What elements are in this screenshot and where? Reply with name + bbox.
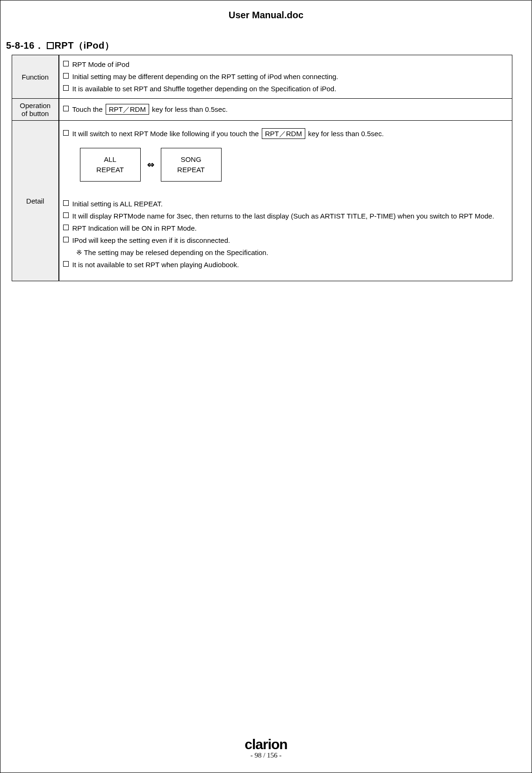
op-suffix: key for less than 0.5sec. [152, 105, 228, 113]
mode-line: REPEAT [177, 165, 205, 175]
mode-box-song-repeat: SONG REPEAT [161, 148, 222, 182]
list-item: It will switch to next RPT Mode like fol… [63, 128, 509, 139]
row-label-function: Function [12, 55, 59, 99]
row-content-detail: It will switch to next RPT Mode like fol… [59, 121, 512, 281]
detail-intro-suffix: key for less than 0.5sec. [308, 130, 384, 138]
page: User Manual.doc 5-8-16． RPT（iPod） Functi… [0, 0, 532, 773]
section-title: RPT（iPod） [54, 40, 114, 51]
note-line: ※ The setting may be relesed depending o… [76, 247, 509, 258]
row-content-operation: Touch the RPT／RDM key for less than 0.5s… [59, 99, 512, 121]
section-number: 5-8-16． [6, 40, 44, 51]
checkbox-icon [47, 42, 54, 49]
table-row: Operation of button Touch the RPT／RDM ke… [12, 99, 512, 121]
checkbox-icon [63, 237, 69, 242]
mode-diagram: ALL REPEAT ⇔ SONG REPEAT [80, 148, 509, 182]
list-item: It is available to set RPT and Shuffle t… [63, 83, 509, 95]
list-text: Initial setting may be different dependi… [72, 71, 509, 82]
mode-line: SONG [180, 154, 201, 165]
key-label: RPT／RDM [106, 104, 149, 115]
mode-line: REPEAT [96, 165, 124, 175]
list-text: It is not available to set RPT when play… [72, 259, 509, 270]
checkbox-icon [63, 106, 69, 111]
checkbox-icon [63, 200, 69, 206]
checkbox-icon [63, 73, 69, 79]
list-item: IPod will keep the setting even if it is… [63, 235, 509, 246]
row-label-detail: Detail [12, 121, 59, 281]
list-text: It will display RPTMode name for 3sec, t… [72, 211, 509, 222]
list-text: IPod will keep the setting even if it is… [72, 235, 509, 246]
list-item: It is not available to set RPT when play… [63, 259, 509, 270]
list-text: It will switch to next RPT Mode like fol… [72, 128, 509, 139]
spec-table: Function RPT Mode of iPod Initial settin… [12, 55, 512, 281]
op-prefix: Touch the [72, 105, 103, 113]
list-text: Initial setting is ALL REPEAT. [72, 198, 509, 210]
list-item: RPT Mode of iPod [63, 59, 509, 70]
row-content-function: RPT Mode of iPod Initial setting may be … [59, 55, 512, 99]
table-row: Function RPT Mode of iPod Initial settin… [12, 55, 512, 99]
page-number: - 98 / 156 - [0, 751, 532, 759]
list-text: It is available to set RPT and Shuffle t… [72, 83, 509, 95]
key-label: RPT／RDM [262, 128, 305, 139]
table-row: Detail It will switch to next RPT Mode l… [12, 121, 512, 281]
checkbox-icon [63, 61, 69, 66]
row-label-operation: Operation of button [12, 99, 59, 121]
checkbox-icon [63, 261, 69, 267]
detail-intro-prefix: It will switch to next RPT Mode like fol… [72, 130, 259, 138]
checkbox-icon [63, 130, 69, 136]
checkbox-icon [63, 225, 69, 230]
list-text: RPT Indication will be ON in RPT Mode. [72, 223, 509, 234]
document-title: User Manual.doc [5, 10, 527, 21]
double-arrow-icon: ⇔ [147, 158, 154, 172]
checkbox-icon [63, 85, 69, 91]
list-text: Touch the RPT／RDM key for less than 0.5s… [72, 104, 509, 115]
list-item: Initial setting is ALL REPEAT. [63, 198, 509, 210]
list-item: It will display RPTMode name for 3sec, t… [63, 211, 509, 222]
checkbox-icon [63, 212, 69, 218]
page-footer: clarion - 98 / 156 - [0, 737, 532, 759]
brand-logo: clarion [0, 737, 532, 752]
list-item: Initial setting may be different dependi… [63, 71, 509, 82]
mode-line: ALL [104, 154, 116, 165]
mode-box-all-repeat: ALL REPEAT [80, 148, 141, 182]
list-item: Touch the RPT／RDM key for less than 0.5s… [63, 104, 509, 115]
list-item: RPT Indication will be ON in RPT Mode. [63, 223, 509, 234]
section-heading: 5-8-16． RPT（iPod） [6, 39, 527, 52]
list-text: RPT Mode of iPod [72, 59, 509, 70]
